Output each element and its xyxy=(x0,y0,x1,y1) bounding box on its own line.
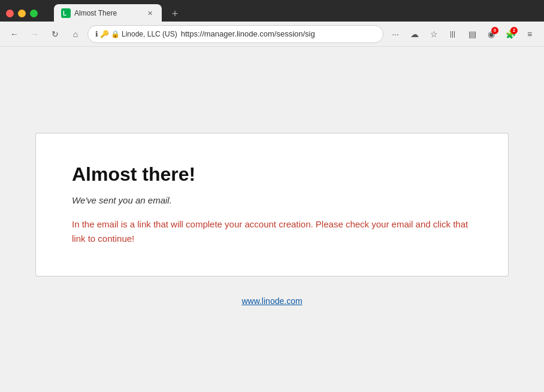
menu-icon: ≡ xyxy=(527,29,532,39)
card-subtitle: We've sent you an email. xyxy=(72,195,472,205)
close-button[interactable] xyxy=(6,10,14,17)
security-info: ℹ 🔑 🔒 Linode, LLC (US) xyxy=(95,30,177,38)
browser-chrome: L Almost There ✕ + ← → ↻ ⌂ ℹ 🔑 🔒 Lin xyxy=(0,0,544,47)
tab-favicon: L xyxy=(61,8,71,18)
nav-bar: ← → ↻ ⌂ ℹ 🔑 🔒 Linode, LLC (US) ··· ☁ xyxy=(0,22,544,47)
back-button[interactable]: ← xyxy=(6,26,23,42)
back-icon: ← xyxy=(10,29,19,39)
library-icon: ⫼ xyxy=(448,29,458,39)
page-content: Almost there! We've sent you an email. I… xyxy=(0,47,544,392)
address-bar[interactable]: ℹ 🔑 🔒 Linode, LLC (US) xyxy=(87,25,383,43)
pocket-icon: ☁ xyxy=(410,29,419,39)
info-icon: ℹ xyxy=(95,30,98,38)
key-icon: 🔑 xyxy=(100,30,109,38)
svg-text:L: L xyxy=(63,10,67,17)
address-input[interactable] xyxy=(181,29,376,38)
title-bar: L Almost There ✕ + xyxy=(0,0,544,22)
tab-close-button[interactable]: ✕ xyxy=(145,8,155,18)
bookmark-icon: ☆ xyxy=(430,29,438,39)
extensions-button[interactable]: 🧩 2 xyxy=(502,26,519,42)
card-body: In the email is a link that will complet… xyxy=(72,217,472,246)
more-icon: ··· xyxy=(392,29,399,39)
content-card: Almost there! We've sent you an email. I… xyxy=(35,133,509,276)
company-label: Linode, LLC (US) xyxy=(122,30,177,38)
tab-title: Almost There xyxy=(74,9,141,17)
tabs-bar: L Almost There ✕ + xyxy=(48,4,189,22)
active-tab[interactable]: L Almost There ✕ xyxy=(54,4,162,22)
new-tab-button[interactable]: + xyxy=(167,5,183,22)
maximize-button[interactable] xyxy=(30,10,38,17)
sync-button[interactable]: ◉ 0 xyxy=(483,26,500,42)
home-button[interactable]: ⌂ xyxy=(67,26,84,42)
library-button[interactable]: ⫼ xyxy=(445,26,461,42)
sync-badge: 0 xyxy=(491,27,498,34)
nav-extras: ··· ☁ ☆ ⫼ ▤ ◉ 0 🧩 2 ≡ xyxy=(387,26,538,42)
refresh-button[interactable]: ↻ xyxy=(47,26,64,42)
window-controls xyxy=(6,10,38,17)
lock-icon: 🔒 xyxy=(111,30,120,38)
more-button[interactable]: ··· xyxy=(387,26,404,42)
reader-button[interactable]: ▤ xyxy=(464,26,480,42)
minimize-button[interactable] xyxy=(18,10,26,17)
linode-link[interactable]: www.linode.com xyxy=(241,296,302,306)
refresh-icon: ↻ xyxy=(52,29,59,39)
footer: www.linode.com xyxy=(241,296,302,306)
card-heading: Almost there! xyxy=(72,163,472,186)
home-icon: ⌂ xyxy=(73,29,78,39)
extensions-badge: 2 xyxy=(510,27,518,34)
forward-icon: → xyxy=(31,29,39,39)
menu-button[interactable]: ≡ xyxy=(521,26,538,42)
pocket-button[interactable]: ☁ xyxy=(406,26,423,42)
reader-icon: ▤ xyxy=(469,29,476,39)
bookmark-button[interactable]: ☆ xyxy=(425,26,442,42)
forward-button[interactable]: → xyxy=(26,26,43,42)
